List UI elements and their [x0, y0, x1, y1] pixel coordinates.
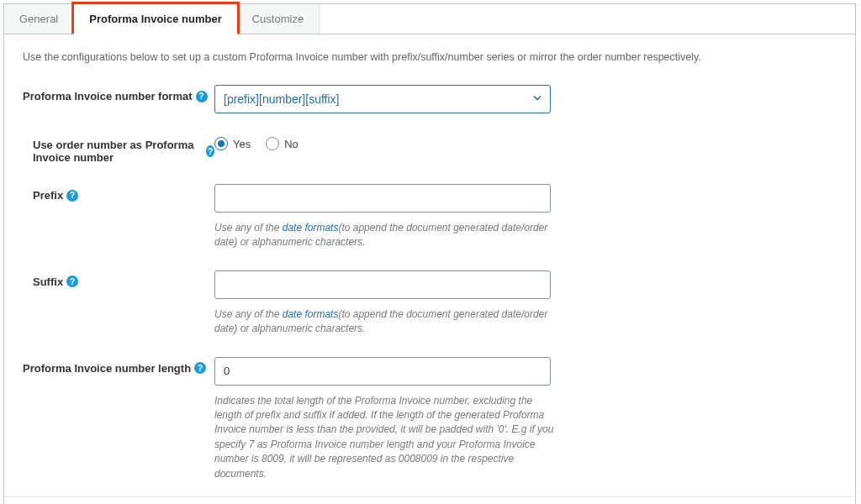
- settings-panel: General Proforma Invoice number Customiz…: [3, 3, 856, 504]
- prefix-label: Prefix ?: [23, 184, 214, 202]
- prefix-input[interactable]: [214, 184, 551, 213]
- length-label-text: Proforma Invoice number length: [23, 362, 191, 375]
- field-format: Proforma Invoice number format ? [prefix…: [23, 85, 837, 113]
- length-hint: Indicates the total length of the Profor…: [214, 394, 555, 481]
- prefix-hint: Use any of the date formats(to append th…: [214, 221, 555, 250]
- help-icon[interactable]: ?: [66, 276, 78, 287]
- field-prefix: Prefix ? Use any of the date formats(to …: [23, 184, 837, 250]
- use-order-label-text: Use order number as Proforma Invoice num…: [33, 139, 203, 164]
- help-icon[interactable]: ?: [194, 362, 206, 374]
- format-select-value: [prefix][number][suffix]: [224, 92, 339, 106]
- suffix-label-text: Suffix: [33, 276, 63, 288]
- length-label: Proforma Invoice number length ?: [23, 357, 214, 375]
- radio-no[interactable]: No: [266, 137, 298, 150]
- format-label: Proforma Invoice number format ?: [23, 85, 214, 102]
- suffix-label: Suffix ?: [23, 270, 214, 288]
- format-select[interactable]: [prefix][number][suffix]: [214, 85, 551, 113]
- intro-text: Use the configurations below to set up a…: [23, 51, 837, 63]
- date-formats-link[interactable]: date formats: [283, 308, 339, 320]
- tab-customize[interactable]: Customize: [237, 4, 320, 34]
- help-icon[interactable]: ?: [66, 190, 78, 202]
- suffix-hint: Use any of the date formats(to append th…: [214, 307, 555, 337]
- radio-no-label: No: [284, 138, 298, 150]
- radio-yes[interactable]: Yes: [214, 137, 251, 150]
- tab-general[interactable]: General: [4, 4, 74, 34]
- tab-proforma-invoice-number[interactable]: Proforma Invoice number: [71, 2, 239, 34]
- help-icon[interactable]: ?: [196, 91, 208, 102]
- help-icon[interactable]: ?: [206, 145, 214, 157]
- hint-text: Use any of the: [214, 308, 283, 320]
- settings-content: Use the configurations below to set up a…: [4, 34, 855, 481]
- length-input[interactable]: [214, 357, 551, 386]
- format-label-text: Proforma Invoice number format: [23, 90, 193, 102]
- footer-bar: Update: [4, 496, 855, 504]
- radio-dot-icon: [266, 137, 279, 150]
- tabs-bar: General Proforma Invoice number Customiz…: [4, 4, 855, 34]
- suffix-input[interactable]: [214, 270, 551, 299]
- prefix-label-text: Prefix: [33, 189, 63, 202]
- field-length: Proforma Invoice number length ? Indicat…: [23, 357, 837, 481]
- radio-dot-icon: [214, 137, 228, 150]
- radio-yes-label: Yes: [233, 138, 251, 150]
- field-use-order: Use order number as Proforma Invoice num…: [23, 134, 837, 164]
- date-formats-link[interactable]: date formats: [283, 222, 339, 234]
- hint-text: Use any of the: [214, 222, 283, 234]
- field-suffix: Suffix ? Use any of the date formats(to …: [23, 270, 837, 337]
- use-order-label: Use order number as Proforma Invoice num…: [23, 134, 214, 164]
